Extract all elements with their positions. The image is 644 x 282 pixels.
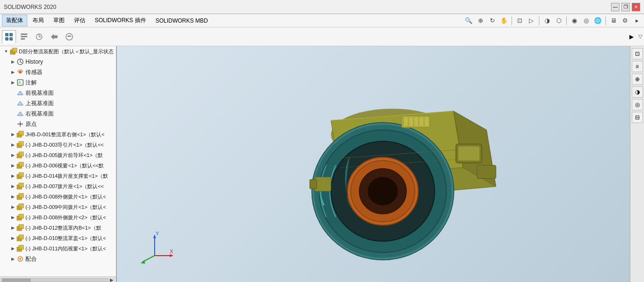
part9-expand[interactable]: ▶ [9, 224, 16, 231]
tree-plane-top[interactable]: ▶ 上视基准面 [0, 98, 116, 108]
note-expand[interactable]: ▶ [9, 79, 16, 86]
part8-expand[interactable]: ▶ [9, 214, 16, 221]
tab-dim-xpert[interactable] [47, 30, 61, 43]
tree-part-2[interactable]: ▶ (-) JHB-D-005拨片前导环<1>（默 [0, 150, 116, 160]
filter-btn[interactable]: ▽ [638, 33, 642, 40]
extra-btn[interactable]: ▸ [632, 16, 642, 26]
part2-label: (-) JHB-D-005拨片前导环<1>（默 [25, 152, 103, 159]
svg-rect-58 [425, 117, 429, 126]
mate-expand[interactable]: ▶ [9, 256, 16, 262]
viewport[interactable]: Y X [117, 46, 630, 282]
right-btn-2[interactable]: ≡ [632, 61, 643, 72]
svg-marker-70 [170, 254, 173, 257]
minimize-btn[interactable]: — [611, 3, 619, 11]
part2-expand[interactable]: ▶ [9, 152, 16, 158]
restore-btn[interactable]: ❐ [621, 3, 630, 11]
tree-part-0[interactable]: ▶ JHB-D-001整流罩右侧<1>（默认< [0, 129, 116, 140]
svg-text:X: X [170, 249, 173, 254]
tree-plane-front[interactable]: ▶ 前视基准面 [0, 88, 116, 98]
part6-expand[interactable]: ▶ [9, 193, 16, 200]
tree-part-10[interactable]: ▶ (-) JHB-D-010整流罩盖<1>（默认< [0, 233, 116, 243]
svg-rect-56 [414, 117, 418, 126]
part4-expand[interactable]: ▶ [9, 173, 16, 179]
part7-expand[interactable]: ▶ [9, 204, 16, 210]
part11-expand[interactable]: ▶ [9, 245, 16, 252]
tab-property-manager[interactable] [17, 30, 31, 43]
menu-assembly[interactable]: 装配体 [2, 15, 27, 26]
sensor-expand[interactable]: ▶ [9, 69, 16, 75]
tab-display-manager[interactable] [62, 30, 76, 43]
menu-sw-mbd[interactable]: SOLIDWORKS MBD [151, 16, 212, 26]
menu-evaluate[interactable]: 评估 [70, 15, 90, 26]
tree-mate[interactable]: ▶ 配合 [0, 254, 116, 264]
tree-note[interactable]: ▶ A 注解 [0, 77, 116, 88]
tree-origin[interactable]: ▶ 原点 [0, 119, 116, 129]
plane-right-icon [16, 109, 25, 118]
svg-rect-19 [19, 131, 24, 135]
part3-expand[interactable]: ▶ [9, 162, 16, 169]
menu-sketch[interactable]: 草图 [49, 15, 69, 26]
tree-part-8[interactable]: ▶ (-) JHB-D-008外侧拨片<2>（默认< [0, 212, 116, 223]
scrollbar-track[interactable] [1, 278, 108, 282]
tree-part-6[interactable]: ▶ (-) JHB-D-008外侧拨片<1>（默认< [0, 191, 116, 202]
toolbar-more-btn[interactable]: ▶ [629, 33, 634, 40]
part6-label: (-) JHB-D-008外侧拨片<1>（默认< [25, 193, 106, 200]
part7-label: (-) JHB-D-009中间拨片<1>（默认< [25, 204, 106, 211]
plane-front-icon [16, 89, 25, 97]
tree-root-assembly[interactable]: ▼ D部分整流装配图（默认＜默认_显示状态 [0, 46, 116, 57]
pan-icon-btn[interactable]: ✋ [499, 16, 509, 26]
part5-expand[interactable]: ▶ [9, 183, 16, 190]
panel-expand-btn[interactable]: ▶ [108, 277, 115, 282]
tree-sensor[interactable]: ▶ 传感器 [0, 67, 116, 77]
part1-expand[interactable]: ▶ [9, 141, 16, 148]
svg-rect-31 [19, 193, 24, 198]
svg-rect-6 [21, 38, 25, 40]
shading-btn[interactable]: ◑ [542, 16, 552, 26]
rotate-icon-btn[interactable]: ↻ [487, 16, 497, 26]
svg-rect-21 [19, 141, 24, 146]
display-btn[interactable]: 🖥 [608, 16, 619, 26]
right-btn-6[interactable]: ⊟ [632, 112, 643, 123]
right-btn-4[interactable]: ◑ [632, 86, 643, 98]
origin-icon [16, 120, 25, 128]
tree-part-5[interactable]: ▶ (-) JHB-D-007拨片座<1>（默认<< [0, 181, 116, 191]
tree-part-11[interactable]: ▶ (-) JHB-D-011内陷视窗<1>（默认< [0, 243, 116, 254]
tree-part-3[interactable]: ▶ (-) JHB-D-006视窗<1>（默认<<默 [0, 160, 116, 171]
menu-layout[interactable]: 布局 [28, 15, 48, 26]
part10-expand[interactable]: ▶ [9, 235, 16, 241]
right-btn-5[interactable]: ◎ [632, 99, 643, 110]
settings-btn[interactable]: ⚙ [620, 16, 630, 26]
wireframe-btn[interactable]: ⬡ [553, 16, 564, 26]
sensor-label: 传感器 [25, 68, 42, 76]
title-text: SOLIDWORKS 2020 [4, 4, 56, 10]
right-btn-3[interactable]: ⊕ [632, 74, 643, 85]
tree-history[interactable]: ▶ History [0, 57, 116, 67]
part3-icon [16, 161, 25, 170]
section-btn[interactable]: ◉ [569, 16, 579, 26]
title-bar: SOLIDWORKS 2020 — ❐ ✕ [0, 0, 644, 14]
tree-part-1[interactable]: ▶ (-) JHB-D-003导引片<1>（默认<< [0, 140, 116, 150]
tree-part-7[interactable]: ▶ (-) JHB-D-009中间拨片<1>（默认< [0, 202, 116, 212]
part0-expand[interactable]: ▶ [9, 131, 16, 138]
view-cube-btn[interactable]: ⊡ [514, 16, 525, 26]
sep1 [512, 17, 512, 25]
tree-part-9[interactable]: ▶ (-) JHB-D-012整流罩内B<1>（默 [0, 223, 116, 233]
tab-feature-manager[interactable] [2, 30, 16, 43]
expand-icon[interactable]: ▼ [3, 48, 9, 55]
part4-icon [16, 172, 25, 180]
view-arrow-btn[interactable]: ▷ [526, 16, 537, 26]
right-btn-1[interactable]: ⊡ [632, 48, 643, 59]
part3-label: (-) JHB-D-006视窗<1>（默认<<默 [25, 162, 104, 169]
scene-btn[interactable]: 🌐 [593, 16, 603, 26]
appearance-btn[interactable]: ◎ [581, 16, 591, 26]
tab-config-manager[interactable] [32, 30, 46, 43]
search-icon-btn[interactable]: 🔍 [463, 16, 474, 26]
close-btn[interactable]: ✕ [632, 3, 640, 11]
zoom-icon-btn[interactable]: ⊕ [475, 16, 486, 26]
panel-scrollbar[interactable]: ▶ [0, 276, 116, 282]
scrollbar-thumb[interactable] [2, 279, 31, 282]
menu-sw-plugin[interactable]: SOLIDWORKS 插件 [91, 15, 150, 26]
tree-part-4[interactable]: ▶ (-) JHB-D-014拨片座支撑套<1>（默 [0, 171, 116, 181]
history-expand[interactable]: ▶ [9, 58, 16, 65]
tree-plane-right[interactable]: ▶ 右视基准面 [0, 108, 116, 119]
